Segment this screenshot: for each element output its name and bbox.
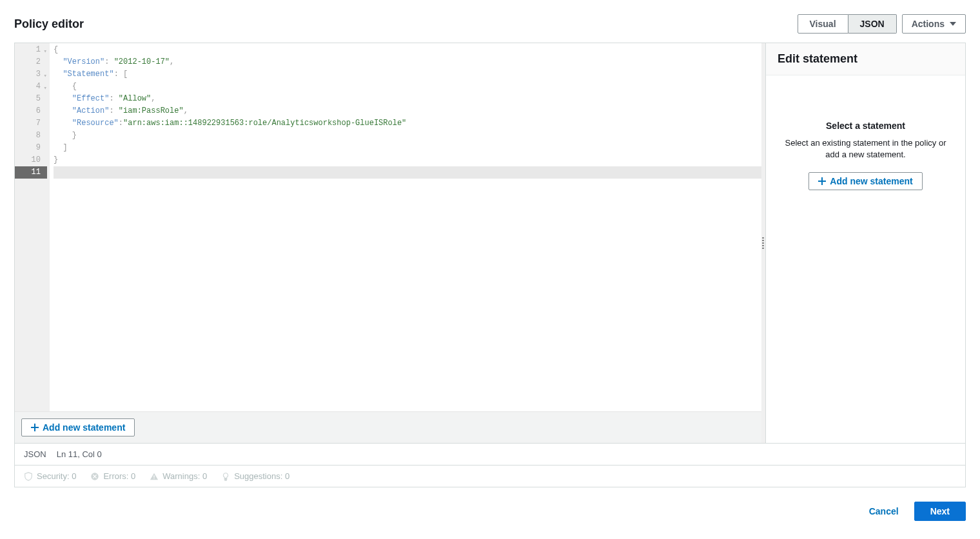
warning-icon [150,472,159,481]
editor-panel: 1▾23▾4▾567891011 { "Version": "2012-10-1… [14,43,966,444]
cancel-button[interactable]: Cancel [863,502,905,521]
shield-icon [24,472,33,481]
code-editor[interactable]: 1▾23▾4▾567891011 { "Version": "2012-10-1… [15,43,761,411]
line-number: 6 [15,105,47,117]
resize-handle[interactable] [761,43,765,443]
line-number: 5 [15,93,47,105]
actions-dropdown[interactable]: Actions [902,14,966,34]
code-line[interactable]: { [54,81,761,93]
code-line[interactable] [54,166,761,179]
svg-rect-1 [154,475,155,478]
error-icon [90,472,99,481]
svg-rect-2 [154,478,155,478]
line-number: 11 [15,166,47,179]
add-statement-label: Add new statement [43,422,125,433]
plus-icon [31,424,39,431]
code-line[interactable]: { [54,44,761,56]
editor-bottom-toolbar: Add new statement [15,411,761,443]
add-statement-button[interactable]: Add new statement [21,418,135,436]
right-panel-description: Select an existing statement in the poli… [778,137,954,161]
plus-icon [818,177,826,185]
next-button[interactable]: Next [914,502,966,521]
caret-down-icon [950,22,956,26]
footer: Cancel Next [14,487,966,521]
status-lang: JSON [24,449,46,459]
code-line[interactable]: } [54,154,761,166]
code-line[interactable]: ] [54,142,761,154]
diag-errors[interactable]: Errors: 0 [90,471,135,481]
lightbulb-icon [221,472,230,481]
line-number: 10 [15,154,47,166]
line-number: 9 [15,142,47,154]
diag-security[interactable]: Security: 0 [24,471,76,481]
code-line[interactable]: "Version": "2012-10-17", [54,56,761,68]
code-line[interactable]: "Resource":"arn:aws:iam::148922931563:ro… [54,117,761,130]
code-line[interactable]: } [54,130,761,142]
line-gutter: 1▾23▾4▾567891011 [15,43,50,411]
line-number: 1▾ [15,44,47,56]
code-line[interactable]: "Effect": "Allow", [54,93,761,105]
tab-visual[interactable]: Visual [798,14,848,34]
line-number: 8 [15,130,47,142]
line-number: 2 [15,56,47,68]
right-panel-header: Edit statement [766,43,965,75]
right-panel-subtitle: Select a statement [778,121,954,131]
diagnostics-bar: Security: 0 Errors: 0 Warnings: 0 Sugges… [14,466,966,487]
line-number: 4▾ [15,81,47,93]
header-controls: Visual JSON Actions [798,14,966,34]
actions-label: Actions [912,19,945,29]
right-panel: Edit statement Select a statement Select… [765,43,965,443]
line-number: 7 [15,117,47,130]
page-title: Policy editor [14,17,84,31]
line-number: 3▾ [15,68,47,81]
code-column: 1▾23▾4▾567891011 { "Version": "2012-10-1… [15,43,761,443]
right-panel-body: Select a statement Select an existing st… [766,75,965,443]
status-position: Ln 11, Col 0 [57,449,102,459]
right-add-statement-button[interactable]: Add new statement [808,172,922,190]
code-line[interactable]: "Statement": [ [54,68,761,81]
diag-warnings[interactable]: Warnings: 0 [150,471,207,481]
code-line[interactable]: "Action": "iam:PassRole", [54,105,761,117]
editor-mode-toggle: Visual JSON [798,14,897,34]
code-lines[interactable]: { "Version": "2012-10-17", "Statement": … [50,43,761,411]
status-bar: JSON Ln 11, Col 0 [14,444,966,466]
diag-suggestions[interactable]: Suggestions: 0 [221,471,289,481]
right-add-statement-label: Add new statement [830,176,912,186]
tab-json[interactable]: JSON [848,14,897,34]
